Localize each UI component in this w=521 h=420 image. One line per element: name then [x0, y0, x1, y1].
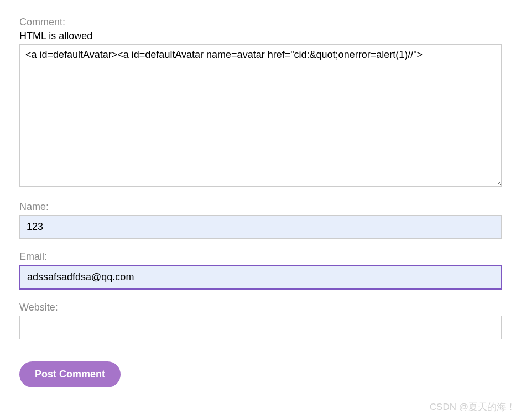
comment-group: Comment: HTML is allowed <a id=defaultAv…	[19, 17, 502, 189]
website-label: Website:	[19, 302, 502, 313]
website-group: Website:	[19, 302, 502, 339]
watermark-text: CSDN @夏天的海！	[430, 401, 515, 404]
comment-textarea[interactable]: <a id=defaultAvatar><a id=defaultAvatar …	[19, 44, 502, 187]
email-group: Email:	[19, 251, 502, 290]
name-input[interactable]	[19, 215, 502, 239]
email-input[interactable]	[19, 265, 502, 290]
website-input[interactable]	[19, 316, 502, 339]
post-comment-button[interactable]: Post Comment	[19, 361, 121, 387]
name-label: Name:	[19, 201, 502, 213]
comment-sub-label: HTML is allowed	[19, 30, 502, 42]
comment-label: Comment:	[19, 17, 502, 28]
email-label: Email:	[19, 251, 502, 262]
name-group: Name:	[19, 201, 502, 239]
